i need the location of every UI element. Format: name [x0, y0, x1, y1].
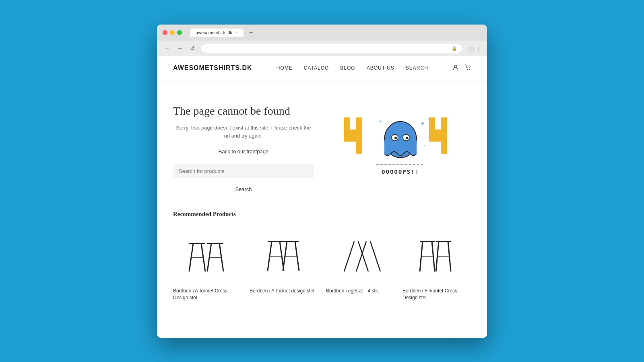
back-button[interactable]: ← — [163, 44, 171, 52]
svg-point-2 — [469, 69, 470, 70]
svg-rect-33 — [441, 136, 447, 142]
svg-point-1 — [467, 69, 468, 70]
nav-catalog[interactable]: CATALOG — [304, 65, 329, 71]
svg-rect-32 — [441, 130, 447, 136]
svg-rect-14 — [350, 130, 356, 136]
svg-line-56 — [358, 241, 368, 272]
minimize-button[interactable] — [170, 30, 175, 35]
forward-button[interactable]: → — [175, 44, 184, 52]
svg-rect-34 — [441, 142, 447, 148]
account-icon[interactable] — [452, 64, 459, 72]
svg-rect-6 — [344, 136, 350, 142]
main-content: The page cannot be found Sorry, that pag… — [157, 80, 487, 203]
address-bar[interactable]: 🔒 — [200, 44, 463, 53]
browser-titlebar: awesometshirts.dk × + — [157, 25, 487, 41]
browser-window: awesometshirts.dk × + ← → ↺ 🔒 ⬜ ⋮ AWESOM… — [157, 25, 487, 338]
svg-rect-3 — [344, 117, 350, 123]
error-graphic: OOOOOPS!! — [340, 105, 461, 186]
product-image — [326, 227, 394, 284]
error-graphic-section: OOOOOPS!! — [330, 97, 471, 195]
nav-blog[interactable]: BLOG — [340, 65, 355, 71]
svg-point-21 — [421, 122, 424, 125]
svg-rect-9 — [356, 123, 362, 130]
product-image — [173, 227, 242, 284]
error-title: The page cannot be found — [173, 105, 314, 117]
site-nav: HOME CATALOG BLOG ABOUT US SEARCH — [277, 65, 428, 71]
security-icon: 🔒 — [452, 46, 457, 51]
recommended-section: Recommended Products — [157, 203, 487, 309]
svg-rect-30 — [441, 117, 447, 123]
window-controls — [163, 30, 182, 35]
svg-line-55 — [344, 241, 354, 272]
browser-tab[interactable]: awesometshirts.dk × — [190, 29, 244, 37]
site-header: AWESOMETSHIRTS.DK HOME CATALOG BLOG ABOU… — [157, 56, 487, 80]
svg-rect-8 — [356, 117, 362, 123]
product-image — [250, 227, 318, 284]
svg-rect-35 — [441, 148, 447, 154]
svg-rect-27 — [429, 130, 435, 136]
svg-rect-31 — [441, 123, 447, 130]
product-image — [402, 227, 471, 284]
error-description: Sorry, that page doesn't exist at this s… — [173, 124, 314, 141]
product-card[interactable]: Bordben i A-formet design stel — [250, 227, 318, 301]
tab-close-icon[interactable]: × — [235, 30, 238, 35]
svg-rect-26 — [429, 123, 435, 130]
cart-icon[interactable] — [464, 64, 471, 72]
svg-rect-29 — [435, 136, 441, 142]
product-card[interactable]: Bordben i A-formet Cross Design stel — [173, 227, 242, 301]
svg-point-0 — [454, 65, 457, 68]
products-grid: Bordben i A-formet Cross Design stel — [173, 227, 471, 301]
product-name: Bordben i A-formet Cross Design stel — [173, 288, 242, 301]
nav-search[interactable]: SEARCH — [406, 65, 428, 71]
svg-line-58 — [370, 241, 380, 272]
search-button[interactable]: Search — [173, 184, 314, 195]
recommended-title: Recommended Products — [173, 211, 471, 218]
svg-line-57 — [356, 241, 366, 272]
svg-point-20 — [406, 137, 408, 139]
tab-title: awesometshirts.dk — [196, 30, 232, 35]
svg-rect-25 — [429, 117, 435, 123]
product-name: Bordben i Firkantet Cross Design stel — [402, 288, 471, 301]
svg-point-19 — [394, 137, 397, 139]
search-products-input[interactable] — [173, 164, 314, 178]
new-tab-button[interactable]: + — [249, 29, 253, 36]
svg-text:OOOOOPS!!: OOOOOPS!! — [382, 169, 419, 175]
svg-rect-12 — [356, 142, 362, 148]
nav-icons — [452, 64, 471, 72]
back-to-frontpage-link[interactable]: Back to our frontpage — [173, 148, 314, 154]
svg-rect-11 — [356, 136, 362, 142]
menu-icon[interactable]: ⋮ — [476, 45, 481, 51]
browser-toolbar: ← → ↺ 🔒 ⬜ ⋮ — [157, 41, 487, 56]
svg-rect-28 — [429, 136, 435, 142]
product-name: Bordben i A-formet design stel — [250, 288, 318, 294]
svg-point-24 — [424, 145, 425, 146]
browser-actions: ⬜ ⋮ — [467, 45, 481, 51]
nav-home[interactable]: HOME — [277, 65, 293, 71]
product-card[interactable]: Bordben i Firkantet Cross Design stel — [402, 227, 471, 301]
svg-rect-10 — [356, 130, 362, 136]
svg-rect-4 — [344, 123, 350, 130]
maximize-button[interactable] — [177, 30, 182, 35]
nav-about-us[interactable]: ABOUT US — [367, 65, 394, 71]
product-card[interactable]: Bordben i egetræ - 4 stk. — [326, 227, 394, 301]
svg-rect-7 — [350, 136, 356, 142]
close-button[interactable] — [163, 30, 167, 35]
svg-point-23 — [380, 120, 382, 122]
product-name: Bordben i egetræ - 4 stk. — [326, 288, 394, 294]
page-content: AWESOMETSHIRTS.DK HOME CATALOG BLOG ABOU… — [157, 56, 487, 338]
svg-rect-13 — [356, 148, 362, 154]
reload-button[interactable]: ↺ — [188, 44, 196, 52]
svg-rect-36 — [435, 130, 441, 136]
extensions-icon[interactable]: ⬜ — [467, 45, 474, 51]
site-logo[interactable]: AWESOMETSHIRTS.DK — [173, 64, 252, 72]
error-section: The page cannot be found Sorry, that pag… — [173, 97, 314, 195]
svg-rect-5 — [344, 130, 350, 136]
